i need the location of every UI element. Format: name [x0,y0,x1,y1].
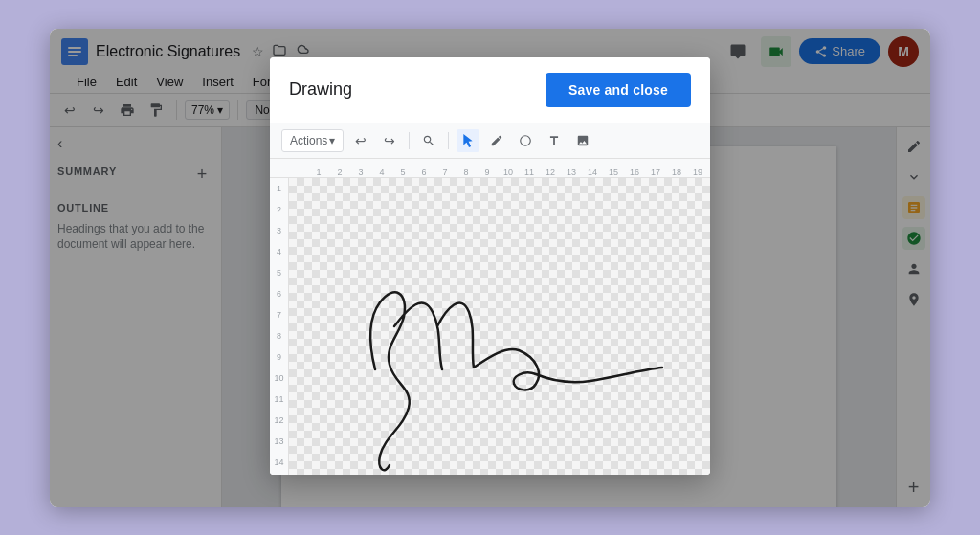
ruler-top-13: 13 [561,167,582,177]
drawing-select-tool[interactable] [457,129,479,152]
ruler-left: 1 2 3 4 5 6 7 8 9 10 11 12 13 14 [270,178,289,475]
ruler-left-5: 5 [277,262,281,283]
drawing-zoom-button[interactable] [417,129,440,152]
drawing-text-tool[interactable] [543,129,566,152]
ruler-left-6: 6 [277,283,281,304]
ruler-top-7: 7 [434,167,456,177]
ruler-top-17: 17 [645,167,666,177]
ruler-top-4: 4 [371,167,392,177]
ruler-left-8: 8 [277,325,281,346]
ruler-top-12: 12 [540,167,561,177]
ruler-top-19: 19 [687,167,708,177]
drawing-shape-tool[interactable] [514,129,537,152]
drawing-modal: Drawing Save and close Actions ▾ ↩ ↪ [270,57,710,475]
signature-drawing [289,178,710,475]
docs-window: Electronic Signatures ☆ [50,29,930,507]
ruler-left-10: 10 [274,368,283,389]
ruler-top-8: 8 [456,167,477,177]
drawing-sep-2 [448,132,449,149]
drawing-actions-menu[interactable]: Actions ▾ [281,129,344,152]
ruler-top-5: 5 [392,167,413,177]
ruler-top-16: 16 [624,167,645,177]
ruler-top: 1 2 3 4 5 6 7 8 9 10 11 12 13 14 15 16 1 [270,159,710,178]
ruler-left-1: 1 [277,178,281,199]
checkered-background [289,178,710,475]
ruler-top-3: 3 [350,167,371,177]
drawing-image-tool[interactable] [571,129,594,152]
actions-chevron-icon: ▾ [329,134,335,147]
ruler-left-14: 14 [274,452,283,473]
ruler-left-13: 13 [274,431,283,452]
ruler-left-12: 12 [274,410,283,431]
drawing-canvas[interactable]: 1 2 3 4 5 6 7 8 9 10 11 12 13 14 15 16 1 [270,159,710,475]
drawing-main: 1 2 3 4 5 6 7 8 9 10 11 12 13 14 [270,178,710,475]
ruler-top-1: 1 [308,167,329,177]
drawing-toolbar: Actions ▾ ↩ ↪ [270,123,710,159]
drawing-sep-1 [409,132,410,149]
ruler-top-6: 6 [413,167,434,177]
ruler-top-15: 15 [603,167,624,177]
drawing-redo-button[interactable]: ↪ [378,129,401,152]
ruler-left-3: 3 [277,220,281,241]
drawing-undo-button[interactable]: ↩ [349,129,372,152]
ruler-left-2: 2 [277,199,281,220]
ruler-top-9: 9 [477,167,498,177]
ruler-top-11: 11 [519,167,540,177]
ruler-left-9: 9 [277,346,281,368]
canvas-area[interactable] [289,178,710,475]
svg-point-0 [521,135,531,145]
drawing-pen-tool[interactable] [485,129,508,152]
ruler-top-2: 2 [329,167,350,177]
ruler-top-14: 14 [582,167,603,177]
modal-header: Drawing Save and close [270,57,710,123]
ruler-top-10: 10 [498,167,519,177]
ruler-left-11: 11 [274,389,283,410]
modal-title: Drawing [289,79,352,100]
ruler-top-18: 18 [666,167,687,177]
ruler-left-7: 7 [277,304,281,325]
save-and-close-button[interactable]: Save and close [546,73,691,107]
ruler-left-4: 4 [277,241,281,262]
modal-overlay[interactable]: Drawing Save and close Actions ▾ ↩ ↪ [50,29,930,507]
